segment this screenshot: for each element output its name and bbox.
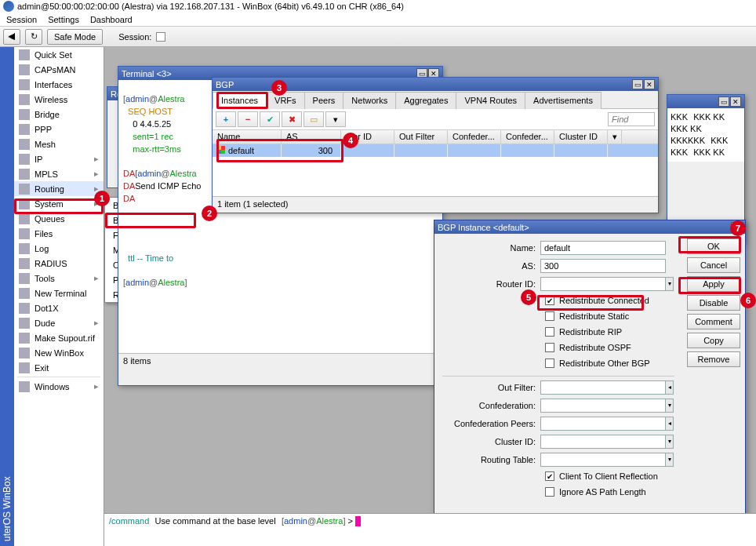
- as-input[interactable]: [540, 259, 666, 273]
- sidebar-item-files[interactable]: Files: [14, 226, 104, 241]
- back-button[interactable]: ⯇: [3, 29, 20, 45]
- column-header[interactable]: Cluster ID: [554, 130, 608, 144]
- column-menu-icon[interactable]: ▾: [608, 130, 622, 144]
- sidebar-item-mpls[interactable]: MPLS▸: [14, 166, 104, 181]
- bgp-instance-row[interactable]: default 300: [213, 144, 658, 157]
- sidebar-item-system[interactable]: System▸: [14, 196, 104, 211]
- sidebar-item-new-winbox[interactable]: New WinBox: [14, 345, 104, 360]
- sidebar-item-queues[interactable]: Queues: [14, 211, 104, 226]
- minimize-icon[interactable]: ▭: [718, 96, 729, 107]
- sidebar-item-wireless[interactable]: Wireless: [14, 92, 104, 107]
- sidebar-item-label: New WinBox: [35, 348, 84, 358]
- dropdown-icon[interactable]: ◂: [666, 380, 674, 395]
- redist-static-checkbox[interactable]: [545, 311, 554, 321]
- sidebar-item-tools[interactable]: Tools▸: [14, 271, 104, 286]
- sidebar-item-quick-set[interactable]: Quick Set: [14, 47, 104, 62]
- tab-peers[interactable]: Peers: [304, 92, 344, 109]
- disable-button[interactable]: Disable: [687, 295, 740, 311]
- redist-ospf-checkbox[interactable]: [545, 343, 554, 352]
- ignoreas-checkbox[interactable]: [545, 487, 554, 497]
- tab-advertisements[interactable]: Advertisements: [525, 92, 602, 109]
- dropdown-icon[interactable]: ▾: [666, 399, 674, 413]
- sidebar-item-log[interactable]: Log: [14, 241, 104, 256]
- redist-rip-label: Redistribute RIP: [559, 327, 622, 337]
- close-icon[interactable]: ✕: [730, 96, 741, 107]
- sidebar-item-label: Exit: [35, 363, 49, 373]
- session-checkbox[interactable]: [156, 32, 165, 42]
- tab-aggregates[interactable]: Aggregates: [395, 92, 456, 109]
- column-header[interactable]: Confeder...: [448, 130, 501, 144]
- ignoreas-label: Ignore AS Path Length: [559, 487, 646, 497]
- menu-session[interactable]: Session: [6, 15, 37, 24]
- routerid-dropdown-icon[interactable]: ▾: [666, 277, 674, 291]
- terminal-title: Terminal <3>: [122, 69, 172, 78]
- tab-vpn4-routes[interactable]: VPN4 Routes: [456, 92, 525, 109]
- menu-settings[interactable]: Settings: [48, 15, 79, 24]
- safe-mode-button[interactable]: Safe Mode: [47, 29, 103, 45]
- sidebar-item-routing[interactable]: Routing▸: [14, 181, 104, 196]
- sidebar-item-windows[interactable]: Windows▸: [14, 379, 104, 394]
- menu-dashboard[interactable]: Dashboard: [90, 15, 133, 24]
- menu-icon: [19, 348, 30, 359]
- sidebar-item-label: Quick Set: [35, 50, 72, 60]
- rtable-input[interactable]: [540, 453, 666, 467]
- tab-vrfs[interactable]: VRFs: [266, 92, 305, 109]
- cluster-input[interactable]: [540, 435, 666, 449]
- cancel-button[interactable]: Cancel: [687, 257, 740, 273]
- close-icon[interactable]: ✕: [644, 79, 655, 89]
- sidebar: uterOS WinBox Quick SetCAPsMANInterfaces…: [0, 47, 104, 546]
- submenu-arrow-icon: ▸: [94, 318, 99, 328]
- sidebar-item-make-supout.rif[interactable]: Make Supout.rif: [14, 330, 104, 345]
- sidebar-item-bridge[interactable]: Bridge: [14, 107, 104, 122]
- minimize-icon[interactable]: ▭: [632, 79, 643, 89]
- sidebar-item-exit[interactable]: Exit: [14, 360, 104, 375]
- confedpeers-input[interactable]: [540, 417, 666, 431]
- sidebar-item-dude[interactable]: Dude▸: [14, 315, 104, 330]
- menu-icon: [19, 139, 30, 150]
- add-button[interactable]: +: [216, 111, 236, 127]
- sidebar-item-mesh[interactable]: Mesh: [14, 136, 104, 151]
- sidebar-item-label: Interfaces: [35, 80, 72, 89]
- redo-button[interactable]: ↻: [25, 29, 42, 45]
- confed-input[interactable]: [540, 399, 666, 413]
- sidebar-item-ip[interactable]: IP▸: [14, 151, 104, 166]
- column-header[interactable]: Out Filter: [394, 130, 448, 144]
- copy-button[interactable]: Copy: [687, 333, 740, 348]
- redist-rip-checkbox[interactable]: [545, 327, 554, 337]
- sidebar-item-dot1x[interactable]: Dot1X: [14, 300, 104, 315]
- tab-instances[interactable]: Instances: [213, 92, 267, 109]
- remove-button[interactable]: Remove: [687, 351, 740, 367]
- dropdown-icon[interactable]: ▾: [666, 435, 674, 449]
- redist-other-checkbox[interactable]: [545, 359, 554, 368]
- menu-icon: [19, 94, 30, 105]
- tab-networks[interactable]: Networks: [343, 92, 396, 109]
- bottom-terminal[interactable]: /command Use command at the base level […: [104, 513, 756, 546]
- comment-button[interactable]: Comment: [687, 314, 740, 329]
- sidebar-item-new-terminal[interactable]: New Terminal: [14, 286, 104, 300]
- routerid-input[interactable]: [540, 277, 666, 291]
- c2c-checkbox[interactable]: ✔: [545, 471, 554, 481]
- column-header[interactable]: AS: [282, 130, 341, 144]
- remove-button[interactable]: −: [238, 111, 258, 127]
- comment-button[interactable]: ▭: [303, 111, 324, 127]
- name-input[interactable]: [540, 241, 666, 255]
- column-header[interactable]: Confeder...: [501, 130, 554, 144]
- ok-button[interactable]: OK: [687, 238, 740, 254]
- sidebar-item-interfaces[interactable]: Interfaces: [14, 77, 104, 92]
- outfilter-input[interactable]: [540, 380, 666, 395]
- column-header[interactable]: Name: [213, 130, 282, 144]
- filter-button[interactable]: ▾: [325, 111, 346, 127]
- sidebar-item-radius[interactable]: RADIUS: [14, 256, 104, 271]
- disable-button[interactable]: ✖: [282, 111, 302, 127]
- toolbar: ⯇ ↻ Safe Mode Session:: [0, 27, 756, 47]
- sidebar-item-label: Queues: [35, 214, 65, 224]
- sidebar-item-capsman[interactable]: CAPsMAN: [14, 62, 104, 77]
- enable-button[interactable]: ✔: [260, 111, 280, 127]
- apply-button[interactable]: Apply: [687, 276, 740, 292]
- dropdown-icon[interactable]: ▾: [666, 453, 674, 467]
- redist-connected-checkbox[interactable]: ✔: [545, 296, 554, 305]
- find-input[interactable]: [608, 112, 655, 126]
- sidebar-item-label: Wireless: [35, 95, 67, 104]
- dropdown-icon[interactable]: ◂: [666, 417, 674, 431]
- sidebar-item-ppp[interactable]: PPP: [14, 122, 104, 136]
